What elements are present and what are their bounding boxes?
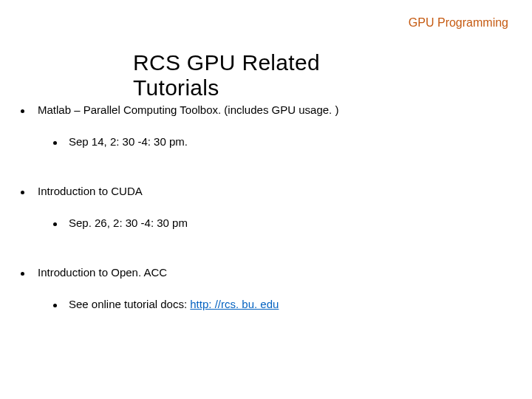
bullet-dot — [21, 272, 24, 276]
bullet-dot — [53, 141, 57, 145]
list-sub-item: See online tutorial docs: http: //rcs. b… — [53, 298, 511, 310]
list-sub-item: Sep. 26, 2: 30 -4: 30 pm — [53, 216, 511, 229]
item-sub-text: Sep. 26, 2: 30 -4: 30 pm — [69, 216, 188, 229]
header-label: GPU Programming — [409, 16, 508, 30]
page-title: RCS GPU Related Tutorials — [133, 50, 399, 100]
bullet-dot — [53, 222, 57, 226]
bullet-dot — [53, 304, 57, 307]
item-text: Matlab – Parallel Computing Toolbox. (in… — [38, 103, 338, 116]
list-item: Matlab – Parallel Computing Toolbox. (in… — [21, 103, 511, 116]
tutorial-link[interactable]: http: //rcs. bu. edu — [190, 298, 279, 310]
item-sub-text: Sep 14, 2: 30 -4: 30 pm. — [69, 135, 188, 148]
bullet-dot — [21, 191, 24, 194]
item-sub-text: See online tutorial docs: http: //rcs. b… — [69, 298, 279, 310]
item-text: Introduction to Open. ACC — [38, 266, 167, 279]
sub-prefix-text: See online tutorial docs: — [69, 298, 190, 310]
content-area: Matlab – Parallel Computing Toolbox. (in… — [21, 103, 511, 310]
bullet-dot — [21, 109, 24, 113]
item-text: Introduction to CUDA — [38, 185, 143, 197]
list-item: Introduction to CUDA — [21, 185, 511, 197]
list-sub-item: Sep 14, 2: 30 -4: 30 pm. — [53, 135, 511, 148]
list-item: Introduction to Open. ACC — [21, 266, 511, 279]
